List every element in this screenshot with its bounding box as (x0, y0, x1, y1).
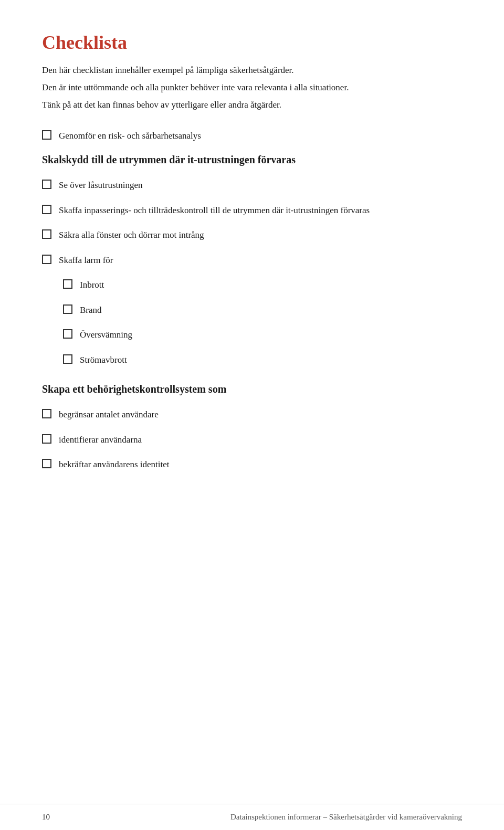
checklist-item-inbrott-label: Inbrott (80, 278, 104, 292)
footer-publication-title: Datainspektionen informerar – Säkerhetså… (230, 813, 462, 822)
page-title: Checklista (42, 31, 462, 54)
checklist-item-identifierar-label: identifierar användarna (59, 433, 142, 447)
checklist-item-inbrott[interactable]: Inbrott (63, 278, 462, 292)
section-skalskydd: Skalskydd till de utrymmen där it-utrust… (42, 154, 462, 366)
checklist-item-identifierar[interactable]: identifierar användarna (42, 433, 462, 447)
checkbox-lasutrustning[interactable] (42, 180, 51, 189)
checklist-item-begransar[interactable]: begränsar antalet användare (42, 408, 462, 422)
section-skalskydd-heading: Skalskydd till de utrymmen där it-utrust… (42, 154, 462, 166)
checkbox-risk[interactable] (42, 130, 51, 140)
checklist-item-larm[interactable]: Skaffa larm för (42, 254, 462, 267)
checkbox-bekraftar[interactable] (42, 459, 51, 468)
checklist-item-fonster[interactable]: Säkra alla fönster och dörrar mot intrån… (42, 228, 462, 242)
checkbox-fonster[interactable] (42, 229, 51, 239)
section-behorighets-heading: Skapa ett behörighetskontrollsystem som (42, 383, 462, 395)
checklist-item-lasutrustning-label: Se över låsutrustningen (59, 178, 143, 192)
intro-line-2: Den är inte uttömmande och alla punkter … (42, 80, 462, 94)
footer-page-number: 10 (42, 813, 50, 822)
checklist-item-lasutrustning[interactable]: Se över låsutrustningen (42, 178, 462, 192)
checklist-item-brand-label: Brand (80, 303, 102, 317)
intro-line-1: Den här checklistan innehåller exempel p… (42, 63, 462, 77)
checklist-item-larm-label: Skaffa larm för (59, 254, 113, 267)
checkbox-begransar[interactable] (42, 409, 51, 418)
checklist-item-begransar-label: begränsar antalet användare (59, 408, 159, 422)
checklist-item-risk[interactable]: Genomför en risk- och sårbarhetsanalys (42, 129, 462, 143)
checklist-item-inpassering-label: Skaffa inpasserings- och tillträdeskontr… (59, 204, 370, 217)
section-behorighets: Skapa ett behörighetskontrollsystem som … (42, 383, 462, 471)
checkbox-inbrott[interactable] (63, 279, 72, 289)
checklist-item-stromavbrott[interactable]: Strömavbrott (63, 353, 462, 367)
checkbox-identifierar[interactable] (42, 434, 51, 444)
checklist-item-fonster-label: Säkra alla fönster och dörrar mot intrån… (59, 228, 204, 242)
checklist-item-stromavbrott-label: Strömavbrott (80, 353, 127, 367)
checklist-item-inpassering[interactable]: Skaffa inpasserings- och tillträdeskontr… (42, 204, 462, 217)
checklist-item-oversvamning[interactable]: Översvämning (63, 328, 462, 342)
page-footer: 10 Datainspektionen informerar – Säkerhe… (0, 804, 504, 830)
checkbox-brand[interactable] (63, 304, 72, 314)
checklist-item-oversvamning-label: Översvämning (80, 328, 132, 342)
checklist-item-brand[interactable]: Brand (63, 303, 462, 317)
page-container: Checklista Den här checklistan innehålle… (0, 0, 504, 525)
checkbox-stromavbrott[interactable] (63, 354, 72, 364)
intro-line-3: Tänk på att det kan finnas behov av ytte… (42, 98, 462, 112)
checklist-item-risk-label: Genomför en risk- och sårbarhetsanalys (59, 129, 201, 143)
checkbox-larm[interactable] (42, 255, 51, 264)
checkbox-oversvamning[interactable] (63, 329, 72, 339)
checkbox-inpassering[interactable] (42, 205, 51, 214)
checklist-item-bekraftar-label: bekräftar användarens identitet (59, 458, 170, 471)
checklist-item-bekraftar[interactable]: bekräftar användarens identitet (42, 458, 462, 471)
